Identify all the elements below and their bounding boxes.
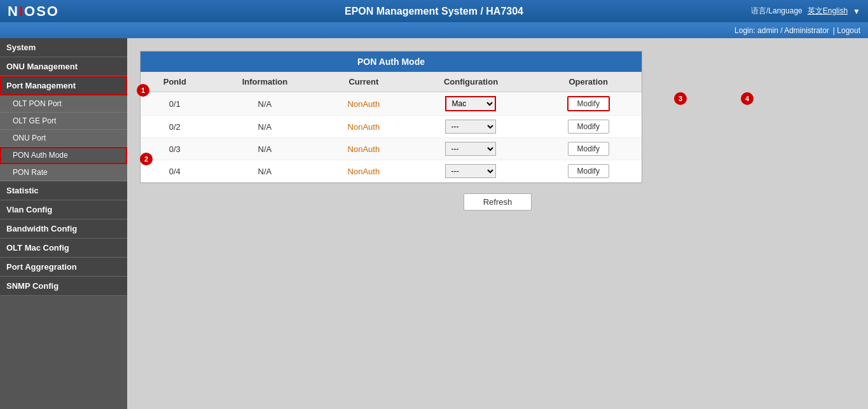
cell-ponid: 0/3	[141, 138, 209, 160]
col-configuration: Configuration	[407, 72, 535, 92]
dropdown-arrow-icon: ▼	[853, 7, 860, 16]
table-title: PON Auth Mode	[141, 52, 642, 72]
sidebar-item-port-management[interactable]: Port Management	[0, 76, 127, 95]
table-row: 0/2N/ANonAuthMac---LoidModify	[141, 116, 642, 138]
cell-operation[interactable]: Modify	[535, 116, 642, 138]
sidebar-item-snmp-config[interactable]: SNMP Config	[0, 277, 127, 296]
cell-ponid: 0/1	[141, 92, 209, 116]
cell-ponid: 0/4	[141, 160, 209, 183]
cell-current: NonAuth	[320, 138, 406, 160]
logo-text: NIOSO	[8, 3, 59, 20]
sidebar: System ONU Management Port Management OL…	[0, 38, 127, 409]
content-area: PON Auth Mode PonId Information Current …	[127, 38, 868, 409]
header-top: NIOSO EPON Management System / HA7304 语言…	[0, 0, 868, 22]
sidebar-item-onu-port[interactable]: ONU Port	[0, 130, 127, 147]
col-current: Current	[320, 72, 406, 92]
col-operation: Operation	[535, 72, 642, 92]
config-select-row-1[interactable]: Mac---Loid	[445, 120, 496, 134]
sidebar-item-system[interactable]: System	[0, 38, 127, 57]
logo-area: NIOSO	[8, 3, 59, 20]
cell-operation[interactable]: Modify	[535, 92, 642, 116]
cell-configuration[interactable]: Mac---Loid	[407, 116, 535, 138]
col-information: Information	[209, 72, 321, 92]
sidebar-item-onu-management[interactable]: ONU Management	[0, 57, 127, 76]
modify-button-row-3[interactable]: Modify	[568, 164, 609, 178]
cell-information: N/A	[209, 160, 321, 183]
config-select-row-3[interactable]: Mac---Loid	[445, 164, 496, 178]
sidebar-item-port-aggregation[interactable]: Port Aggregration	[0, 258, 127, 277]
modify-button-row-0[interactable]: Modify	[567, 96, 610, 111]
col-ponid: PonId	[141, 72, 209, 92]
sidebar-item-bandwidth-config[interactable]: Bandwidth Config	[0, 219, 127, 239]
cell-information: N/A	[209, 92, 321, 116]
modify-button-row-1[interactable]: Modify	[568, 120, 609, 134]
cell-configuration[interactable]: Mac---Loid	[407, 138, 535, 160]
sidebar-item-olt-mac-config[interactable]: OLT Mac Config	[0, 239, 127, 258]
cell-ponid: 0/2	[141, 116, 209, 138]
refresh-button[interactable]: Refresh	[464, 193, 532, 211]
pon-auth-mode-table-container: PON Auth Mode PonId Information Current …	[140, 51, 642, 183]
header-bottom: Login: admin / Administrator | Logout	[0, 22, 868, 38]
table-row: 0/3N/ANonAuthMac---LoidModify	[141, 138, 642, 160]
login-info: Login: admin / Administrator	[734, 26, 829, 35]
sidebar-item-pon-rate[interactable]: PON Rate	[0, 164, 127, 181]
cell-configuration[interactable]: Mac---Loid	[407, 92, 535, 116]
config-select-row-0[interactable]: Mac---Loid	[445, 96, 496, 111]
sidebar-item-olt-pon-port[interactable]: OLT PON Port	[0, 95, 127, 113]
config-select-row-2[interactable]: Mac---Loid	[445, 142, 496, 156]
cell-current: NonAuth	[320, 160, 406, 183]
cell-current: NonAuth	[320, 92, 406, 116]
page-title: EPON Management System / HA7304	[345, 6, 523, 17]
table-row: 0/4N/ANonAuthMac---LoidModify	[141, 160, 642, 183]
main-layout: System ONU Management Port Management OL…	[0, 38, 868, 409]
sidebar-item-statistic[interactable]: Statistic	[0, 181, 127, 200]
cell-information: N/A	[209, 138, 321, 160]
table-body: 0/1N/ANonAuthMac---LoidModify0/2N/ANonAu…	[141, 92, 642, 183]
cell-current: NonAuth	[320, 116, 406, 138]
cell-operation[interactable]: Modify	[535, 160, 642, 183]
sidebar-item-vlan-config[interactable]: Vlan Config	[0, 200, 127, 219]
pon-auth-mode-table: PonId Information Current Configuration …	[141, 72, 642, 183]
cell-information: N/A	[209, 116, 321, 138]
sidebar-item-olt-ge-port[interactable]: OLT GE Port	[0, 113, 127, 130]
table-header-row: PonId Information Current Configuration …	[141, 72, 642, 92]
sidebar-item-pon-auth-mode[interactable]: PON Auth Mode	[0, 147, 127, 164]
logout-link[interactable]: | Logout	[833, 26, 860, 35]
cell-operation[interactable]: Modify	[535, 138, 642, 160]
logo-red: I	[19, 3, 24, 19]
cell-configuration[interactable]: Mac---Loid	[407, 160, 535, 183]
modify-button-row-2[interactable]: Modify	[568, 142, 609, 156]
refresh-area: Refresh	[140, 193, 855, 211]
language-value[interactable]: 英文English	[808, 6, 848, 17]
language-label: 语言/Language	[751, 6, 803, 17]
language-area[interactable]: 语言/Language 英文English ▼	[751, 6, 860, 17]
table-row: 0/1N/ANonAuthMac---LoidModify	[141, 92, 642, 116]
